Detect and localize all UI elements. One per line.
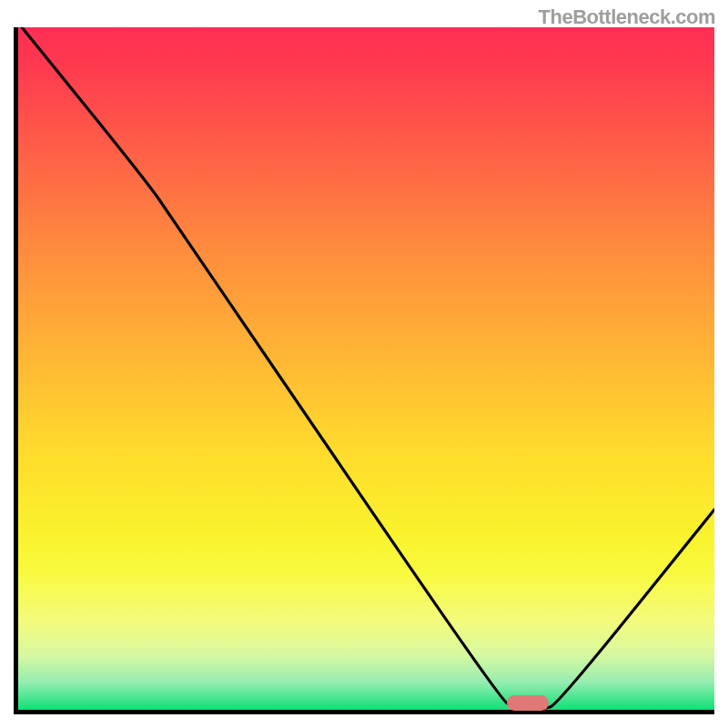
plot-area: [14, 27, 714, 714]
bottleneck-chart: TheBottleneck.com: [0, 0, 728, 728]
watermark-text: TheBottleneck.com: [539, 5, 715, 29]
